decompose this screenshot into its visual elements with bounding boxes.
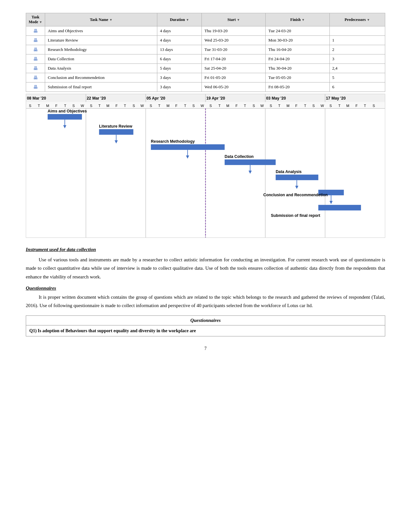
svg-text:Aims and Objectives: Aims and Objectives xyxy=(48,109,87,113)
duration-cell: 6 days xyxy=(157,54,202,64)
svg-text:T: T xyxy=(218,104,220,108)
svg-text:S: S xyxy=(329,104,332,108)
col-header-mode[interactable]: TaskMode ▼ xyxy=(26,13,45,26)
task-mode-icon: 🖶 xyxy=(26,64,45,73)
questionnaire-box-title: Questionnaires xyxy=(26,316,385,325)
task-mode-icon: 🖶 xyxy=(26,26,45,36)
finish-cell: Tue 24-03-20 xyxy=(266,26,329,36)
svg-text:S: S xyxy=(150,104,152,108)
svg-text:Data Collection: Data Collection xyxy=(225,154,254,159)
svg-text:17 May '20: 17 May '20 xyxy=(326,96,346,101)
svg-marker-71 xyxy=(249,170,252,174)
svg-text:08 Mar '20: 08 Mar '20 xyxy=(27,96,46,101)
start-cell: Wed 25-03-20 xyxy=(202,36,266,45)
task-mode-icon: 🖶 xyxy=(26,54,45,64)
start-cell: Wed 06-05-20 xyxy=(202,82,266,92)
svg-text:W: W xyxy=(201,104,204,108)
task-name-cell: Data Collection xyxy=(45,54,157,64)
task-mode-icon: 🖶 xyxy=(26,73,45,82)
finish-cell: Fri 08-05-20 xyxy=(266,82,329,92)
svg-text:F: F xyxy=(175,104,178,108)
svg-text:T: T xyxy=(184,104,186,108)
gantt-table: TaskMode ▼ Task Name ▼ Duration ▼ Start … xyxy=(26,13,385,92)
duration-cell: 3 days xyxy=(157,73,202,82)
task-name-cell: Submission of final report xyxy=(45,82,157,92)
svg-text:S: S xyxy=(90,104,92,108)
start-cell: Thu 19-03-20 xyxy=(202,26,266,36)
svg-text:W: W xyxy=(260,104,264,108)
task-mode-icon: 🖶 xyxy=(26,45,45,54)
finish-cell: Thu 30-04-20 xyxy=(266,64,329,73)
col-header-duration[interactable]: Duration ▼ xyxy=(157,13,202,26)
task-name-cell: Data Analysis xyxy=(45,64,157,73)
svg-text:T: T xyxy=(64,104,66,108)
svg-text:M: M xyxy=(346,104,349,108)
predecessors-cell: 6 xyxy=(329,82,385,92)
col-header-start[interactable]: Start ▼ xyxy=(202,13,266,26)
duration-cell: 13 days xyxy=(157,45,202,54)
svg-text:T: T xyxy=(98,104,101,108)
task-name-cell: Literature Review xyxy=(45,36,157,45)
svg-text:F: F xyxy=(55,104,58,108)
svg-text:M: M xyxy=(167,104,170,108)
svg-text:T: T xyxy=(244,104,246,108)
svg-text:T: T xyxy=(158,104,161,108)
svg-text:S: S xyxy=(373,104,375,108)
predecessors-cell: 3 xyxy=(329,54,385,64)
q1-question: Q1) Is adoption of Behaviours that suppo… xyxy=(26,325,385,336)
svg-text:S: S xyxy=(270,104,272,108)
svg-text:05 Apr '20: 05 Apr '20 xyxy=(146,96,165,101)
predecessors-cell xyxy=(329,26,385,36)
col-header-finish[interactable]: Finish ▼ xyxy=(266,13,329,26)
finish-cell: Thu 16-04-20 xyxy=(266,45,329,54)
duration-cell: 4 days xyxy=(157,36,202,45)
svg-text:S: S xyxy=(72,104,74,108)
svg-text:S: S xyxy=(312,104,315,108)
gantt-chart: 08 Mar '20 22 Mar '20 05 Apr '20 19 Apr … xyxy=(26,94,385,238)
start-cell: Fri 01-05-20 xyxy=(202,73,266,82)
svg-rect-60 xyxy=(99,129,133,135)
svg-text:F: F xyxy=(295,104,298,108)
svg-rect-72 xyxy=(276,175,318,180)
finish-cell: Tue 05-05-20 xyxy=(266,73,329,82)
start-cell: Sat 25-04-20 xyxy=(202,64,266,73)
questionnaire-box: Questionnaires Q1) Is adoption of Behavi… xyxy=(26,315,385,336)
svg-text:S: S xyxy=(29,104,31,108)
finish-cell: Fri 24-04-20 xyxy=(266,54,329,64)
svg-rect-64 xyxy=(151,144,225,150)
svg-text:19 Apr '20: 19 Apr '20 xyxy=(206,96,225,101)
col-header-task[interactable]: Task Name ▼ xyxy=(45,13,157,26)
gantt-section: TaskMode ▼ Task Name ▼ Duration ▼ Start … xyxy=(26,13,385,238)
instrument-heading: Instrument used for data collection xyxy=(26,247,385,252)
svg-text:Research Methodology: Research Methodology xyxy=(151,139,195,144)
svg-marker-79 xyxy=(329,201,333,204)
start-cell: Fri 17-04-20 xyxy=(202,54,266,64)
svg-text:Literature Review: Literature Review xyxy=(99,124,132,129)
svg-text:T: T xyxy=(364,104,366,108)
svg-text:Data Analysis: Data Analysis xyxy=(276,169,302,174)
predecessors-cell: 2,4 xyxy=(329,64,385,73)
task-name-cell: Research Methodology xyxy=(45,45,157,54)
duration-cell: 5 days xyxy=(157,64,202,73)
col-header-predecessors[interactable]: Predecessors ▼ xyxy=(329,13,385,26)
finish-cell: Mon 30-03-20 xyxy=(266,36,329,45)
svg-marker-75 xyxy=(295,186,298,189)
svg-text:T: T xyxy=(338,104,341,108)
svg-text:S: S xyxy=(192,104,195,108)
svg-rect-68 xyxy=(225,160,276,165)
predecessors-cell: 1 xyxy=(329,36,385,45)
questionnaires-heading: Questionnaires xyxy=(26,285,385,291)
predecessors-cell: 5 xyxy=(329,73,385,82)
svg-text:M: M xyxy=(226,104,229,108)
svg-text:T: T xyxy=(38,104,40,108)
svg-text:T: T xyxy=(278,104,280,108)
svg-text:M: M xyxy=(287,104,289,108)
svg-marker-59 xyxy=(63,125,66,128)
duration-cell: 3 days xyxy=(157,82,202,92)
svg-text:M: M xyxy=(46,104,49,108)
svg-marker-63 xyxy=(115,140,118,143)
svg-text:S: S xyxy=(252,104,255,108)
page-number: 7 xyxy=(26,346,385,351)
svg-text:Conclusion and Recommendetion: Conclusion and Recommendetion xyxy=(263,193,328,197)
duration-cell: 4 days xyxy=(157,26,202,36)
